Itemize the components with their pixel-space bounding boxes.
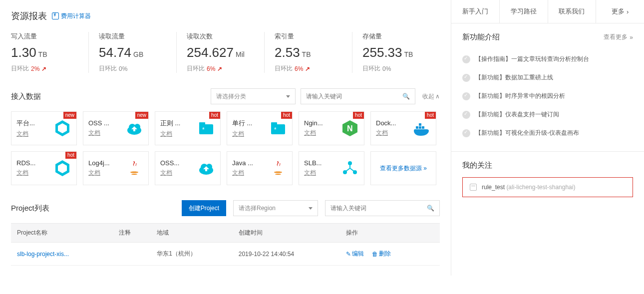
chevron-down-icon [309,207,313,210]
datasource-card[interactable]: new 平台... 文档 [11,111,77,145]
features-view-more[interactable]: 查看更多 » [604,33,633,41]
card-badge: hot [209,112,220,119]
chevron-up-icon: ∧ [435,93,440,100]
trash-icon: 🗑 [372,251,378,258]
slb-icon [341,159,359,177]
card-doc-link[interactable]: 文档 [160,169,179,177]
card-doc-link[interactable]: 文档 [232,130,252,138]
datasource-card[interactable]: Log4j... 文档 [83,151,149,185]
datasource-card[interactable]: hot Ngin... 文档 [299,111,364,145]
project-ops: ✎编辑 🗑删除 [340,243,440,266]
datasource-card[interactable]: Java ... 文档 [227,151,293,185]
view-more-label: 查看更多 [604,33,628,41]
feature-item[interactable]: 【新功能】数据加工重磅上线 [462,68,633,87]
tab-label: 联系我们 [559,7,585,15]
datasource-card[interactable]: OSS... 文档 [155,151,221,185]
side-tab[interactable]: 更多 › [596,0,644,23]
datasource-card[interactable]: hot RDS... 文档 [11,151,77,185]
card-title: RDS... [16,159,35,167]
cost-calculator-link[interactable]: 费用计算器 [52,12,91,20]
card-doc-link[interactable]: 文档 [304,169,322,177]
delta-label: 日环比 [362,64,380,73]
metric-card: 写入流量 1.30TB 日环比 2% ↗ [11,32,88,73]
search-icon: 🔍 [402,93,410,100]
side-tab[interactable]: 学习路径 [499,0,548,23]
project-name-link[interactable]: slb-log-project-xis... [11,243,113,266]
project-region: 华东1（杭州） [151,243,233,266]
metric-label: 写入流量 [11,32,88,41]
col-ops: 操作 [340,224,440,243]
card-title: OSS... [160,159,179,167]
card-badge: hot [65,152,76,159]
table-row: slb-log-project-xis... 华东1（杭州） 2019-10-2… [11,243,440,266]
check-circle-icon [462,111,470,119]
delta-label: 日环比 [187,64,205,73]
tab-label: 学习路径 [511,7,537,15]
metric-card: 存储量 255.33TB 日环比 0% [352,32,440,73]
datasource-card[interactable]: new OSS ... 文档 [83,111,149,145]
collapse-label: 收起 [422,92,434,101]
metric-value: 54.74GB [99,45,176,60]
metric-delta: 日环比 6% ↗ [275,64,352,73]
feature-item[interactable]: 【新功能】仪表盘支持一键订阅 [462,105,633,124]
region-select[interactable]: 请选择Region [233,200,318,216]
java-icon [269,159,287,177]
card-title: Log4j... [88,159,110,167]
metric-value: 255.33TB [362,45,440,60]
side-tab[interactable]: 联系我们 [548,0,596,23]
card-doc-link[interactable]: 文档 [160,130,180,138]
more-sources-link[interactable]: 查看更多数据源 » [370,151,436,185]
datasource-card[interactable]: SLB... 文档 [299,151,364,185]
card-doc-link[interactable]: 文档 [88,129,109,137]
edit-link[interactable]: ✎编辑 [346,250,364,258]
calendar-icon [470,184,477,191]
hex-icon [53,159,71,177]
card-title: OSS ... [88,119,109,127]
datasource-card[interactable]: hot 单行 ... 文档 [227,111,293,145]
follow-path: (ali-licheng-test-shanghai) [506,184,575,191]
keyword-input[interactable] [306,93,410,100]
card-doc-link[interactable]: 文档 [16,169,35,177]
card-doc-link[interactable]: 文档 [232,169,253,177]
project-search[interactable]: 🔍 [325,200,440,216]
card-title: 平台... [16,119,35,128]
edit-icon: ✎ [346,251,351,258]
delta-pct: 0% [382,65,391,72]
follow-item[interactable]: rule_test (ali-licheng-test-shanghai) [462,177,633,197]
feature-item[interactable]: 【新功能】可视化全面升级-仪表盘画布 [462,124,633,142]
datasource-card[interactable]: hot Dock... 文档 [370,111,436,145]
category-select[interactable]: 请选择分类 [211,88,296,104]
folder-icon [269,119,287,137]
card-doc-link[interactable]: 文档 [16,130,35,138]
project-search-input[interactable] [330,205,434,212]
side-tab[interactable]: 新手入门 [451,0,499,23]
docker-icon [413,119,431,137]
feature-item[interactable]: 【操作指南】一篇文章玩转查询分析控制台 [462,50,633,68]
col-created: 创建时间 [233,224,340,243]
feature-text: 【操作指南】一篇文章玩转查询分析控制台 [475,55,589,63]
card-doc-link[interactable]: 文档 [376,129,396,137]
cost-calculator-label: 费用计算器 [61,12,91,20]
check-circle-icon [462,74,470,82]
metric-value: 1.30TB [11,45,88,60]
collapse-toggle[interactable]: 收起 ∧ [422,92,440,101]
metric-card: 索引量 2.53TB 日环比 6% ↗ [264,32,352,73]
metric-label: 索引量 [275,32,352,41]
card-doc-link[interactable]: 文档 [304,129,323,137]
check-circle-icon [462,55,470,63]
card-title: 单行 ... [232,119,252,128]
feature-item[interactable]: 【新功能】时序异常中的根因分析 [462,87,633,105]
delta-pct: 0% [119,65,127,72]
create-project-button[interactable]: 创建Project [182,200,226,216]
card-badge: hot [425,112,436,119]
col-project-name: Project名称 [11,224,113,243]
tab-label: 新手入门 [462,7,488,15]
card-title: Ngin... [304,119,323,127]
card-doc-link[interactable]: 文档 [88,169,110,177]
features-title: 新功能介绍 [462,32,500,42]
col-note: 注释 [113,224,151,243]
follow-title: 我的关注 [462,161,492,170]
keyword-search[interactable]: 🔍 [301,88,415,104]
datasource-card[interactable]: hot 正则 ... 文档 [155,111,221,145]
delete-link[interactable]: 🗑删除 [372,250,391,258]
